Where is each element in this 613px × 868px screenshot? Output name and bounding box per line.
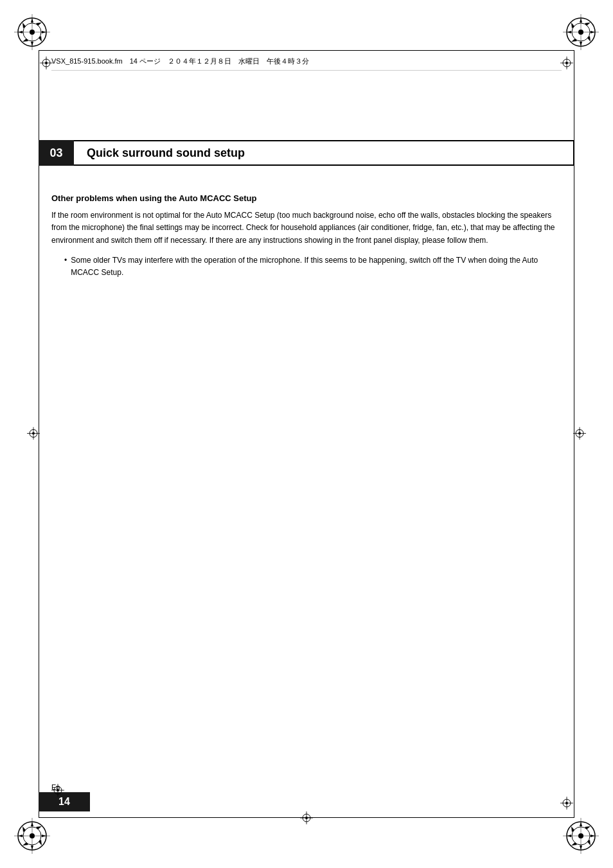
- corner-decoration-tl: [13, 13, 51, 51]
- bullet-list: • Some older TVs may interfere with the …: [64, 254, 562, 279]
- bullet-dot: •: [64, 254, 67, 279]
- chapter-header: 03 Quick surround sound setup: [39, 140, 574, 166]
- page-number-area: 14: [39, 792, 90, 811]
- reg-crosshair-bottom-right: [560, 797, 573, 811]
- section-heading: Other problems when using the Auto MCACC…: [51, 193, 562, 204]
- chapter-title-box: Quick surround sound setup: [74, 140, 574, 166]
- content-area: Other problems when using the Auto MCACC…: [51, 193, 562, 279]
- corner-decoration-tr: [562, 13, 600, 51]
- corner-decoration-br: [562, 817, 600, 855]
- reg-crosshair-page: [51, 784, 64, 799]
- reg-crosshair-mid-left: [27, 427, 40, 441]
- bullet-item: • Some older TVs may interfere with the …: [64, 254, 562, 279]
- file-info-text: VSX_815-915.book.fm 14 ページ ２０４年１２月８日 水曜日…: [51, 57, 309, 65]
- reg-crosshair-top-right: [560, 57, 573, 71]
- bullet-text: Some older TVs may interfere with the op…: [71, 254, 562, 279]
- corner-decoration-bl: [13, 817, 51, 855]
- reg-crosshair-mid-bottom: [300, 811, 313, 826]
- reg-crosshair-top-left: [40, 57, 53, 71]
- chapter-title: Quick surround sound setup: [87, 146, 245, 160]
- reg-crosshair-mid-right: [573, 427, 586, 441]
- chapter-number: 03: [39, 140, 74, 166]
- section-body: If the room environment is not optimal f…: [51, 209, 562, 247]
- file-info: VSX_815-915.book.fm 14 ページ ２０４年１２月８日 水曜日…: [51, 57, 562, 71]
- top-border: [39, 50, 574, 51]
